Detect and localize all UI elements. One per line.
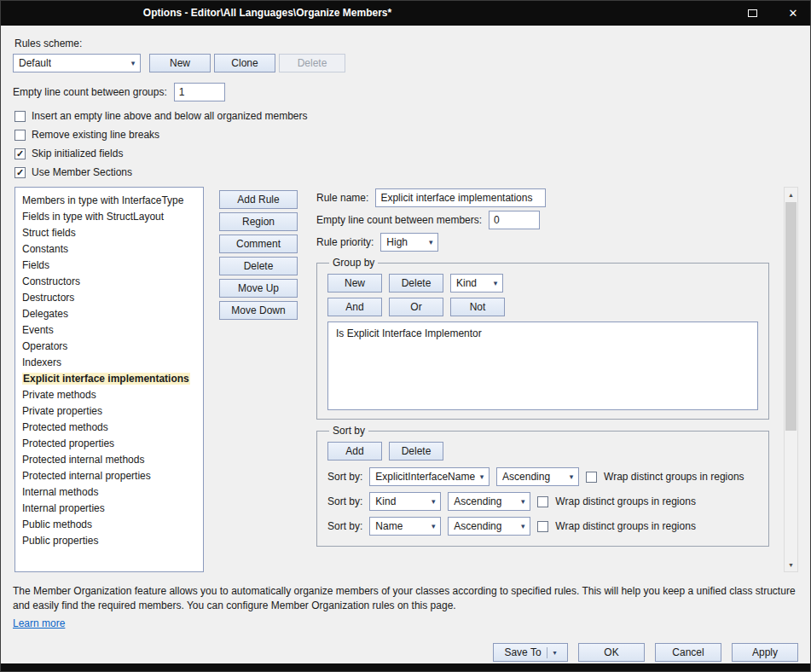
- wrap-groups-label: Wrap distinct groups in regions: [604, 471, 744, 483]
- list-item[interactable]: Fields: [15, 258, 203, 274]
- wrap-groups-checkbox[interactable]: [586, 472, 597, 483]
- group-by-or-button[interactable]: Or: [389, 298, 443, 316]
- list-item-label: Private properties: [22, 405, 102, 417]
- feature-description: The Member Organization feature allows y…: [13, 584, 798, 631]
- scroll-up-button[interactable]: ▲: [785, 188, 797, 201]
- window-controls: ✕: [745, 1, 800, 26]
- sort-order-select-value: Ascending: [454, 520, 501, 532]
- save-to-label: Save To: [504, 646, 541, 658]
- sort-field-select[interactable]: Name▾: [369, 517, 441, 536]
- close-button[interactable]: ✕: [786, 7, 800, 20]
- rule-priority-select[interactable]: High ▾: [380, 233, 438, 252]
- add-rule-button[interactable]: Add Rule: [219, 190, 298, 209]
- sort-field-select-value: ExplicitInterfaceName: [375, 471, 475, 483]
- sort-order-select[interactable]: Ascending▾: [496, 467, 579, 486]
- list-item[interactable]: Members in type with InterfaceType: [15, 193, 203, 209]
- rules-list[interactable]: Members in type with InterfaceTypeFields…: [14, 187, 204, 572]
- sort-by-label: Sort by:: [327, 520, 362, 532]
- maximize-button[interactable]: [745, 7, 759, 20]
- rule-name-label: Rule name:: [316, 192, 368, 204]
- sort-order-select[interactable]: Ascending▾: [448, 517, 530, 536]
- chevron-down-icon: ▾: [426, 522, 440, 530]
- list-item-label: Internal methods: [22, 486, 98, 498]
- list-item[interactable]: Fields in type with StructLayout: [15, 209, 203, 225]
- group-by-new-button[interactable]: New: [327, 274, 382, 293]
- ok-button[interactable]: OK: [578, 643, 645, 662]
- save-to-button[interactable]: Save To ▾: [493, 643, 568, 662]
- move-up-button[interactable]: Move Up: [219, 279, 298, 298]
- list-item[interactable]: Internal methods: [15, 484, 203, 501]
- list-item-label: Protected internal properties: [22, 470, 151, 482]
- wrap-groups-label: Wrap distinct groups in regions: [555, 520, 696, 532]
- list-item[interactable]: Operators: [15, 339, 203, 355]
- list-item[interactable]: Constructors: [15, 274, 203, 290]
- group-by-delete-button[interactable]: Delete: [389, 274, 443, 293]
- sort-by-delete-button[interactable]: Delete: [389, 442, 443, 461]
- maximize-icon: [748, 9, 757, 17]
- vertical-scrollbar[interactable]: ▲ ▼: [784, 187, 798, 572]
- wrap-groups-label: Wrap distinct groups in regions: [555, 495, 696, 507]
- list-item[interactable]: Destructors: [15, 290, 203, 306]
- scrollbar-thumb[interactable]: [785, 202, 797, 431]
- learn-more-link[interactable]: Learn more: [13, 617, 65, 631]
- option-checkbox[interactable]: ✓: [14, 148, 26, 159]
- list-item[interactable]: Public properties: [15, 533, 203, 549]
- list-item[interactable]: Protected properties: [15, 436, 203, 452]
- list-item[interactable]: Private methods: [15, 387, 203, 403]
- rule-editor-panel: Rule name: Empty line count between memb…: [316, 188, 769, 547]
- list-item[interactable]: Protected methods: [15, 420, 203, 436]
- empty-line-groups-input[interactable]: [174, 83, 225, 101]
- wrap-groups-checkbox[interactable]: [537, 496, 548, 507]
- group-by-kind-select[interactable]: Kind ▾: [450, 274, 503, 293]
- sort-field-select[interactable]: Kind▾: [369, 492, 441, 511]
- scroll-down-button[interactable]: ▼: [785, 558, 797, 571]
- delete-scheme-button[interactable]: Delete: [279, 54, 345, 72]
- option-checkbox-row: ✓Skip initialized fields: [14, 148, 798, 159]
- delete-button[interactable]: Delete: [219, 257, 298, 275]
- rules-scheme-select[interactable]: Default ▾: [13, 54, 141, 72]
- option-checkbox[interactable]: ✓: [14, 167, 26, 178]
- list-item[interactable]: Protected internal properties: [15, 468, 203, 484]
- wrap-groups-checkbox[interactable]: [537, 521, 548, 532]
- new-scheme-button[interactable]: New: [149, 54, 211, 72]
- list-item[interactable]: Events: [15, 322, 203, 339]
- list-item-label: Struct fields: [22, 227, 76, 239]
- sort-by-add-button[interactable]: Add: [327, 442, 382, 461]
- list-item[interactable]: Protected internal methods: [15, 452, 203, 468]
- group-by-not-button[interactable]: Not: [450, 298, 505, 316]
- sort-order-select[interactable]: Ascending▾: [448, 492, 530, 511]
- sort-field-select[interactable]: ExplicitInterfaceName▾: [369, 467, 489, 486]
- empty-line-members-input[interactable]: [489, 211, 540, 229]
- region-button[interactable]: Region: [219, 212, 298, 231]
- list-item[interactable]: Public methods: [15, 517, 203, 533]
- chevron-down-icon: ▾: [547, 647, 557, 658]
- option-checkbox[interactable]: [14, 130, 26, 141]
- cancel-button[interactable]: Cancel: [655, 643, 721, 662]
- comment-button[interactable]: Comment: [219, 235, 298, 253]
- window-bottom-edge: [1, 663, 810, 671]
- group-by-and-button[interactable]: And: [327, 298, 382, 316]
- list-item-label: Events: [22, 324, 54, 336]
- list-item[interactable]: Private properties: [15, 403, 203, 420]
- clone-scheme-button[interactable]: Clone: [214, 54, 275, 72]
- chevron-down-icon: ▾: [489, 279, 502, 287]
- list-item[interactable]: Explicit interface implementations: [15, 371, 203, 387]
- list-item-label: Indexers: [22, 356, 61, 368]
- rule-name-input[interactable]: [375, 188, 546, 207]
- window-title: Options - Editor\All Languages\Organize …: [1, 1, 534, 26]
- group-by-expression[interactable]: Is Explicit Interface Implementor: [327, 322, 758, 410]
- chevron-down-icon: ▾: [426, 497, 440, 506]
- list-item[interactable]: Delegates: [15, 306, 203, 322]
- list-item[interactable]: Internal properties: [15, 501, 203, 517]
- chevron-down-icon: ▾: [126, 59, 140, 67]
- rule-priority-label: Rule priority:: [316, 236, 374, 248]
- list-item[interactable]: Struct fields: [15, 225, 203, 241]
- apply-button[interactable]: Apply: [732, 643, 798, 662]
- list-item[interactable]: Indexers: [15, 355, 203, 371]
- chevron-down-icon: ▾: [565, 472, 578, 481]
- option-checkbox[interactable]: [14, 111, 26, 122]
- list-item-label: Members in type with InterfaceType: [22, 194, 183, 206]
- option-checkbox-label: Remove existing line breaks: [32, 129, 159, 141]
- move-down-button[interactable]: Move Down: [219, 301, 298, 320]
- list-item[interactable]: Constants: [15, 241, 203, 258]
